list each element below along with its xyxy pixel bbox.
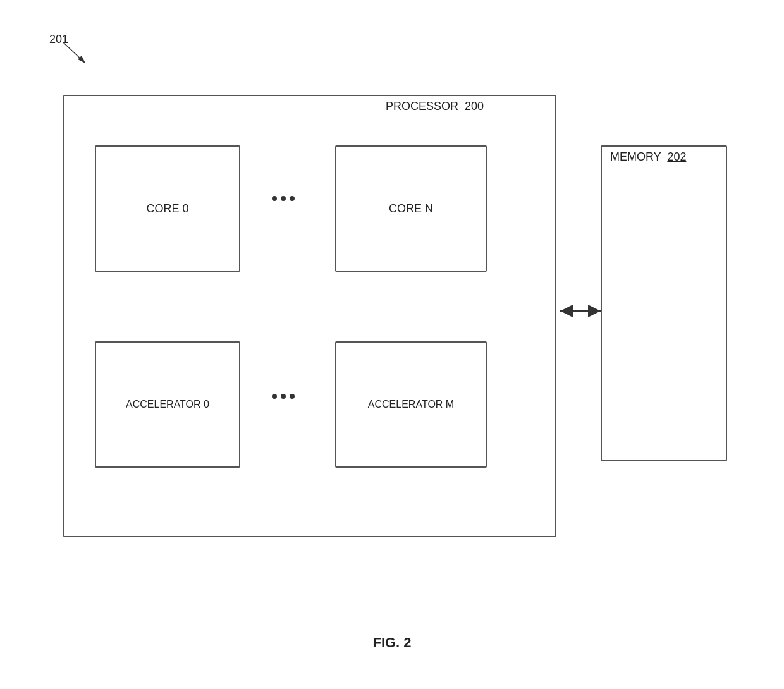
processor-num: 200 [465, 100, 484, 113]
fig-label: FIG. 2 [372, 635, 411, 651]
core-dots [272, 196, 295, 201]
memory-label: MEMORY 202 [610, 150, 686, 164]
processor-label: PROCESSOR 200 [386, 100, 484, 113]
dot6 [290, 394, 295, 399]
accm-label: ACCELERATOR M [368, 399, 454, 410]
dot5 [281, 394, 286, 399]
processor-text: PROCESSOR [386, 100, 458, 113]
memory-box [601, 145, 727, 461]
arrow-201-icon [60, 39, 95, 71]
dot2 [281, 196, 286, 201]
bidir-arrow-icon [555, 298, 606, 324]
dot1 [272, 196, 277, 201]
memory-text: MEMORY [610, 150, 661, 163]
acc-dots [272, 394, 295, 399]
acc0-label: ACCELERATOR 0 [126, 399, 209, 410]
core0-box: CORE 0 [95, 145, 240, 272]
core0-label: CORE 0 [146, 202, 188, 216]
coren-box: CORE N [335, 145, 487, 272]
coren-label: CORE N [389, 202, 433, 216]
diagram: 201 PROCESSOR 200 MEMORY 202 CORE 0 CORE… [0, 0, 784, 689]
memory-num: 202 [667, 150, 686, 163]
accm-box: ACCELERATOR M [335, 341, 487, 468]
dot4 [272, 394, 277, 399]
dot3 [290, 196, 295, 201]
acc0-box: ACCELERATOR 0 [95, 341, 240, 468]
